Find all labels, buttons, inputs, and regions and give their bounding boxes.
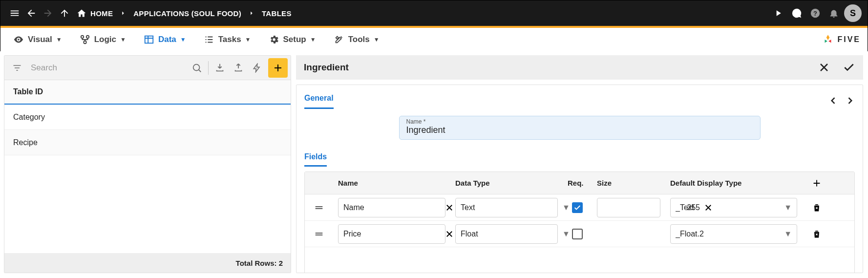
delete-row-icon[interactable]	[802, 203, 831, 213]
chevron-down-icon: ▼	[784, 203, 792, 212]
list-header: Table ID	[4, 80, 291, 105]
search-icon[interactable]	[188, 59, 206, 77]
field-name-text[interactable]	[343, 230, 441, 238]
search-input[interactable]	[27, 63, 188, 73]
list-header-label: Table ID	[13, 87, 43, 96]
fields-table: Name Data Type Req. Size Default Display…	[304, 171, 855, 273]
chevron-left-icon[interactable]	[828, 96, 838, 106]
hamburger-icon[interactable]	[6, 5, 23, 21]
fields-header-row: Name Data Type Req. Size Default Display…	[305, 172, 854, 194]
chevron-down-icon: ▼	[245, 36, 251, 43]
eye-icon	[13, 34, 24, 45]
brand: FIVE	[822, 33, 861, 46]
up-icon[interactable]	[56, 5, 73, 21]
section-nav	[828, 96, 855, 106]
tasks-icon	[204, 34, 214, 45]
tab-general[interactable]: General	[304, 92, 334, 109]
menu-visual[interactable]: Visual ▼	[4, 28, 71, 51]
breadcrumb-applications[interactable]: APPLICATIONS (SOUL FOOD)	[133, 9, 241, 18]
bell-icon[interactable]	[826, 5, 842, 21]
field-dtype-text	[461, 203, 558, 212]
list-footer: Total Rows: 2	[4, 253, 291, 273]
col-ddt: Default Display Type	[665, 179, 802, 187]
page-title: Ingredient	[304, 62, 349, 73]
menu-logic[interactable]: Logic ▼	[71, 28, 135, 51]
filter-icon[interactable]	[7, 63, 27, 73]
menu-tools[interactable]: Tools ▼	[325, 28, 388, 51]
detail-header: Ingredient	[296, 55, 863, 80]
confirm-icon[interactable]	[843, 61, 855, 74]
avatar[interactable]: S	[844, 4, 862, 22]
drag-handle-icon[interactable]	[305, 229, 333, 239]
list-item[interactable]: Recipe	[4, 130, 291, 155]
field-name-input[interactable]	[338, 224, 445, 244]
close-icon[interactable]	[818, 61, 830, 74]
workspace: Table ID Category Recipe Total Rows: 2 I…	[0, 51, 868, 278]
back-icon[interactable]	[23, 5, 40, 21]
chevron-down-icon: ▼	[310, 36, 316, 43]
field-dtype-select[interactable]: ▼	[455, 198, 558, 217]
table-icon	[144, 34, 154, 45]
field-dtype-select[interactable]: ▼	[455, 224, 558, 244]
breadcrumb-tables: TABLES	[262, 9, 292, 18]
table-row: ▼ ▼	[305, 194, 854, 221]
avatar-letter: S	[850, 8, 856, 19]
breadcrumb-home-label: HOME	[90, 9, 113, 18]
name-field[interactable]: Name *	[399, 116, 761, 140]
logic-icon	[80, 34, 90, 45]
name-field-label: Name *	[406, 118, 753, 125]
drag-handle-icon[interactable]	[305, 202, 333, 213]
add-button[interactable]	[268, 58, 288, 78]
list-item[interactable]: Category	[4, 105, 291, 130]
menu-tasks-label: Tasks	[218, 35, 241, 44]
svg-point-3	[81, 36, 84, 39]
breadcrumb-tables-label: TABLES	[262, 9, 292, 18]
chevron-right-icon[interactable]	[845, 96, 855, 106]
chevron-right-icon	[248, 10, 255, 17]
col-size: Size	[592, 179, 665, 187]
field-req-checkbox[interactable]	[572, 229, 583, 239]
chevron-right-icon	[120, 10, 127, 17]
forward-icon	[40, 5, 56, 21]
breadcrumb-home[interactable]: HOME	[77, 8, 113, 18]
menu-logic-label: Logic	[94, 35, 116, 44]
field-name-input[interactable]	[338, 198, 445, 217]
lightning-icon[interactable]	[248, 59, 266, 77]
field-ddt-text	[676, 203, 780, 212]
field-name-text[interactable]	[343, 203, 441, 212]
top-bar: HOME APPLICATIONS (SOUL FOOD) TABLES ? S	[0, 0, 868, 26]
col-dtype: Data Type	[450, 179, 563, 187]
field-ddt-select[interactable]: ▼	[670, 198, 797, 217]
gear-icon	[269, 34, 279, 45]
add-field-icon[interactable]	[802, 178, 831, 189]
tab-fields[interactable]: Fields	[304, 150, 327, 167]
field-ddt-text	[676, 230, 780, 238]
export-icon[interactable]	[229, 59, 248, 77]
play-icon[interactable]	[770, 5, 786, 21]
detail-actions	[818, 61, 855, 74]
list-item-label: Category	[13, 113, 45, 122]
brand-label: FIVE	[837, 35, 861, 44]
import-icon[interactable]	[211, 59, 229, 77]
name-input[interactable]	[406, 125, 753, 135]
menu-visual-label: Visual	[28, 35, 52, 44]
delete-row-icon[interactable]	[802, 229, 831, 239]
field-req-checkbox[interactable]	[572, 202, 583, 213]
svg-point-2	[18, 39, 20, 41]
field-ddt-select[interactable]: ▼	[670, 224, 797, 244]
right-pane: Ingredient General	[296, 55, 863, 273]
feedback-icon[interactable]	[788, 5, 805, 21]
topbar-right: ? S	[770, 4, 862, 22]
col-req: Req.	[563, 179, 592, 187]
svg-point-5	[84, 41, 86, 44]
svg-rect-6	[145, 36, 153, 43]
menu-tasks[interactable]: Tasks ▼	[195, 28, 260, 51]
section-head: General	[304, 92, 855, 109]
menu-data[interactable]: Data ▼	[135, 28, 195, 51]
table-row: ▼ ▼	[305, 221, 854, 247]
menu-setup[interactable]: Setup ▼	[260, 28, 325, 51]
help-icon[interactable]: ?	[807, 5, 824, 21]
field-size-input[interactable]	[597, 198, 660, 217]
breadcrumb-applications-label: APPLICATIONS (SOUL FOOD)	[133, 9, 241, 18]
separator	[208, 61, 209, 75]
